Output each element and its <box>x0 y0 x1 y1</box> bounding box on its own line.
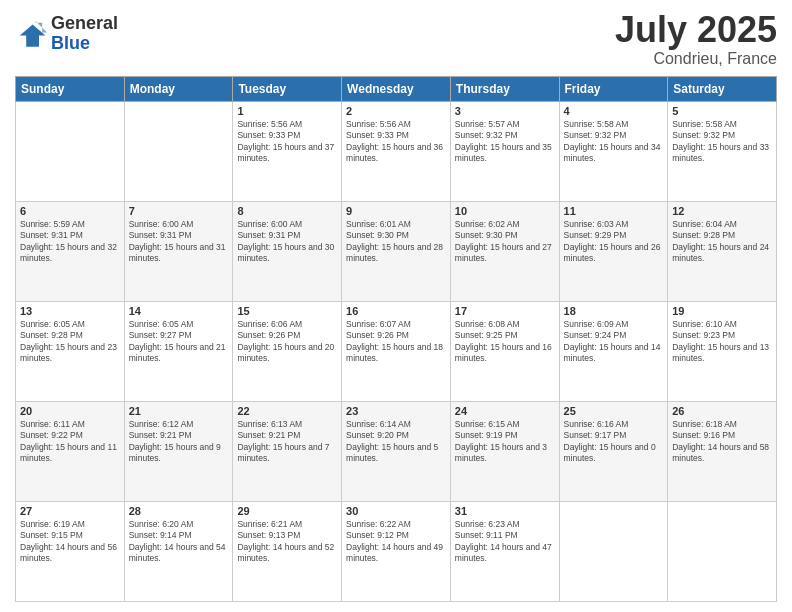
day-info: Sunrise: 6:00 AM Sunset: 9:31 PM Dayligh… <box>129 219 229 265</box>
day-number: 24 <box>455 405 555 417</box>
day-info: Sunrise: 5:56 AM Sunset: 9:33 PM Dayligh… <box>346 119 446 165</box>
day-number: 29 <box>237 505 337 517</box>
calendar-header-thursday: Thursday <box>450 76 559 101</box>
day-info: Sunrise: 6:19 AM Sunset: 9:15 PM Dayligh… <box>20 519 120 565</box>
day-number: 4 <box>564 105 664 117</box>
day-info: Sunrise: 6:03 AM Sunset: 9:29 PM Dayligh… <box>564 219 664 265</box>
day-info: Sunrise: 6:05 AM Sunset: 9:28 PM Dayligh… <box>20 319 120 365</box>
day-number: 31 <box>455 505 555 517</box>
calendar-header-wednesday: Wednesday <box>342 76 451 101</box>
calendar-week-4: 20Sunrise: 6:11 AM Sunset: 9:22 PM Dayli… <box>16 401 777 501</box>
table-row: 12Sunrise: 6:04 AM Sunset: 9:28 PM Dayli… <box>668 201 777 301</box>
table-row: 3Sunrise: 5:57 AM Sunset: 9:32 PM Daylig… <box>450 101 559 201</box>
logo-text: General Blue <box>51 14 118 54</box>
day-number: 11 <box>564 205 664 217</box>
logo: General Blue <box>15 14 118 54</box>
day-number: 13 <box>20 305 120 317</box>
logo-blue-text: Blue <box>51 34 118 54</box>
day-info: Sunrise: 5:58 AM Sunset: 9:32 PM Dayligh… <box>564 119 664 165</box>
table-row: 1Sunrise: 5:56 AM Sunset: 9:33 PM Daylig… <box>233 101 342 201</box>
day-number: 10 <box>455 205 555 217</box>
header: General Blue July 2025 Condrieu, France <box>15 10 777 68</box>
table-row: 27Sunrise: 6:19 AM Sunset: 9:15 PM Dayli… <box>16 501 125 601</box>
day-info: Sunrise: 6:12 AM Sunset: 9:21 PM Dayligh… <box>129 419 229 465</box>
day-info: Sunrise: 6:02 AM Sunset: 9:30 PM Dayligh… <box>455 219 555 265</box>
table-row: 10Sunrise: 6:02 AM Sunset: 9:30 PM Dayli… <box>450 201 559 301</box>
day-number: 21 <box>129 405 229 417</box>
table-row: 18Sunrise: 6:09 AM Sunset: 9:24 PM Dayli… <box>559 301 668 401</box>
day-number: 12 <box>672 205 772 217</box>
page: General Blue July 2025 Condrieu, France … <box>0 0 792 612</box>
table-row: 15Sunrise: 6:06 AM Sunset: 9:26 PM Dayli… <box>233 301 342 401</box>
table-row: 5Sunrise: 5:58 AM Sunset: 9:32 PM Daylig… <box>668 101 777 201</box>
calendar-header-tuesday: Tuesday <box>233 76 342 101</box>
table-row: 7Sunrise: 6:00 AM Sunset: 9:31 PM Daylig… <box>124 201 233 301</box>
day-number: 25 <box>564 405 664 417</box>
day-info: Sunrise: 5:57 AM Sunset: 9:32 PM Dayligh… <box>455 119 555 165</box>
calendar-week-1: 1Sunrise: 5:56 AM Sunset: 9:33 PM Daylig… <box>16 101 777 201</box>
day-info: Sunrise: 6:00 AM Sunset: 9:31 PM Dayligh… <box>237 219 337 265</box>
day-number: 7 <box>129 205 229 217</box>
svg-marker-0 <box>20 24 46 46</box>
day-info: Sunrise: 6:06 AM Sunset: 9:26 PM Dayligh… <box>237 319 337 365</box>
day-number: 26 <box>672 405 772 417</box>
table-row <box>16 101 125 201</box>
table-row <box>559 501 668 601</box>
day-number: 22 <box>237 405 337 417</box>
table-row: 19Sunrise: 6:10 AM Sunset: 9:23 PM Dayli… <box>668 301 777 401</box>
table-row: 23Sunrise: 6:14 AM Sunset: 9:20 PM Dayli… <box>342 401 451 501</box>
calendar-header-monday: Monday <box>124 76 233 101</box>
table-row: 4Sunrise: 5:58 AM Sunset: 9:32 PM Daylig… <box>559 101 668 201</box>
day-info: Sunrise: 6:05 AM Sunset: 9:27 PM Dayligh… <box>129 319 229 365</box>
day-number: 3 <box>455 105 555 117</box>
day-info: Sunrise: 6:09 AM Sunset: 9:24 PM Dayligh… <box>564 319 664 365</box>
day-info: Sunrise: 6:01 AM Sunset: 9:30 PM Dayligh… <box>346 219 446 265</box>
table-row: 20Sunrise: 6:11 AM Sunset: 9:22 PM Dayli… <box>16 401 125 501</box>
table-row: 16Sunrise: 6:07 AM Sunset: 9:26 PM Dayli… <box>342 301 451 401</box>
calendar-week-3: 13Sunrise: 6:05 AM Sunset: 9:28 PM Dayli… <box>16 301 777 401</box>
table-row: 30Sunrise: 6:22 AM Sunset: 9:12 PM Dayli… <box>342 501 451 601</box>
table-row: 24Sunrise: 6:15 AM Sunset: 9:19 PM Dayli… <box>450 401 559 501</box>
day-number: 20 <box>20 405 120 417</box>
calendar-header-saturday: Saturday <box>668 76 777 101</box>
logo-general-text: General <box>51 14 118 34</box>
table-row: 29Sunrise: 6:21 AM Sunset: 9:13 PM Dayli… <box>233 501 342 601</box>
day-info: Sunrise: 6:15 AM Sunset: 9:19 PM Dayligh… <box>455 419 555 465</box>
table-row: 8Sunrise: 6:00 AM Sunset: 9:31 PM Daylig… <box>233 201 342 301</box>
day-number: 30 <box>346 505 446 517</box>
day-number: 6 <box>20 205 120 217</box>
day-number: 14 <box>129 305 229 317</box>
title-block: July 2025 Condrieu, France <box>615 10 777 68</box>
day-info: Sunrise: 6:22 AM Sunset: 9:12 PM Dayligh… <box>346 519 446 565</box>
table-row: 31Sunrise: 6:23 AM Sunset: 9:11 PM Dayli… <box>450 501 559 601</box>
day-number: 17 <box>455 305 555 317</box>
day-number: 18 <box>564 305 664 317</box>
calendar-table: SundayMondayTuesdayWednesdayThursdayFrid… <box>15 76 777 602</box>
day-info: Sunrise: 6:13 AM Sunset: 9:21 PM Dayligh… <box>237 419 337 465</box>
day-info: Sunrise: 5:58 AM Sunset: 9:32 PM Dayligh… <box>672 119 772 165</box>
day-info: Sunrise: 6:10 AM Sunset: 9:23 PM Dayligh… <box>672 319 772 365</box>
day-number: 5 <box>672 105 772 117</box>
calendar-header-sunday: Sunday <box>16 76 125 101</box>
day-info: Sunrise: 6:23 AM Sunset: 9:11 PM Dayligh… <box>455 519 555 565</box>
day-info: Sunrise: 6:11 AM Sunset: 9:22 PM Dayligh… <box>20 419 120 465</box>
table-row: 14Sunrise: 6:05 AM Sunset: 9:27 PM Dayli… <box>124 301 233 401</box>
day-number: 9 <box>346 205 446 217</box>
table-row <box>668 501 777 601</box>
calendar-week-5: 27Sunrise: 6:19 AM Sunset: 9:15 PM Dayli… <box>16 501 777 601</box>
day-info: Sunrise: 6:18 AM Sunset: 9:16 PM Dayligh… <box>672 419 772 465</box>
day-number: 27 <box>20 505 120 517</box>
calendar-week-2: 6Sunrise: 5:59 AM Sunset: 9:31 PM Daylig… <box>16 201 777 301</box>
day-info: Sunrise: 6:20 AM Sunset: 9:14 PM Dayligh… <box>129 519 229 565</box>
day-number: 2 <box>346 105 446 117</box>
day-info: Sunrise: 6:16 AM Sunset: 9:17 PM Dayligh… <box>564 419 664 465</box>
title-location: Condrieu, France <box>615 50 777 68</box>
day-info: Sunrise: 6:14 AM Sunset: 9:20 PM Dayligh… <box>346 419 446 465</box>
table-row: 22Sunrise: 6:13 AM Sunset: 9:21 PM Dayli… <box>233 401 342 501</box>
table-row: 28Sunrise: 6:20 AM Sunset: 9:14 PM Dayli… <box>124 501 233 601</box>
day-info: Sunrise: 6:07 AM Sunset: 9:26 PM Dayligh… <box>346 319 446 365</box>
table-row: 2Sunrise: 5:56 AM Sunset: 9:33 PM Daylig… <box>342 101 451 201</box>
day-info: Sunrise: 5:59 AM Sunset: 9:31 PM Dayligh… <box>20 219 120 265</box>
day-number: 19 <box>672 305 772 317</box>
table-row: 25Sunrise: 6:16 AM Sunset: 9:17 PM Dayli… <box>559 401 668 501</box>
